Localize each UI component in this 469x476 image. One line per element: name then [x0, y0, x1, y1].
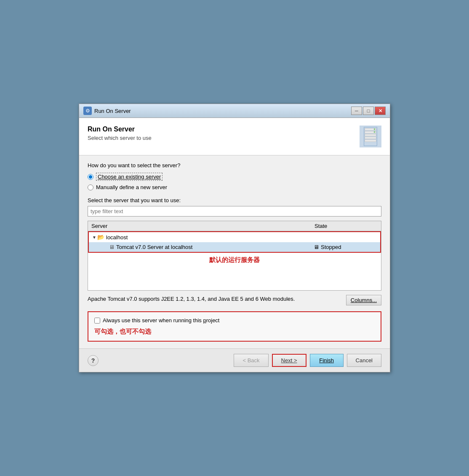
table-header: Server State: [88, 221, 381, 231]
window-icon: ⚙: [83, 107, 92, 115]
always-use-checkbox[interactable]: [94, 318, 100, 324]
annotation-row: 默认的运行服务器: [88, 253, 381, 267]
state-label: Stopped: [321, 244, 341, 250]
server-svg-icon: [362, 126, 379, 147]
header-section: Run On Server Select which server to use: [79, 118, 390, 155]
header-icon: [360, 126, 381, 147]
how-label: How do you want to select the server?: [88, 162, 381, 168]
radio-manual-label[interactable]: Manually define a new server: [96, 184, 167, 190]
svg-point-7: [374, 131, 376, 133]
localhost-label: localhost: [106, 234, 377, 241]
server-group: ▼ 📂 localhost 🖥 Tomcat v7.0 Server at lo…: [88, 231, 381, 253]
help-button[interactable]: ?: [88, 355, 99, 366]
state-icon: 🖥: [314, 244, 319, 250]
dialog-title: Run On Server: [88, 126, 152, 133]
filter-input[interactable]: [88, 206, 381, 217]
description-row: Apache Tomcat v7.0 supports J2EE 1.2, 1.…: [88, 295, 381, 305]
tomcat-label: Tomcat v7.0 Server at localhost: [116, 244, 314, 250]
folder-icon: 📂: [97, 234, 104, 241]
footer-buttons: < Back Next > Finish Cancel: [234, 354, 381, 367]
next-label: N: [281, 357, 285, 364]
svg-rect-3: [365, 134, 376, 136]
col-server: Server: [91, 223, 314, 229]
title-bar-left: ⚙ Run On Server: [83, 107, 131, 115]
content-area: How do you want to select the server? Ch…: [79, 155, 390, 348]
footer: ? < Back Next > Finish Cancel: [79, 348, 390, 372]
svg-rect-4: [365, 137, 376, 139]
radio-group: Choose an existing server Manually defin…: [88, 173, 381, 190]
dialog-window: ⚙ Run On Server ─ □ ✕ Run On Server Sele…: [79, 104, 390, 372]
localhost-row[interactable]: ▼ 📂 localhost: [89, 232, 380, 242]
dialog-subtitle: Select which server to use: [88, 135, 152, 141]
title-bar-controls: ─ □ ✕: [351, 107, 386, 115]
restore-button[interactable]: □: [363, 107, 374, 115]
next-button[interactable]: Next >: [272, 354, 306, 367]
finish-label: Finish: [319, 357, 334, 364]
svg-point-6: [374, 128, 376, 130]
title-bar: ⚙ Run On Server ─ □ ✕: [79, 104, 390, 118]
server-table: Server State ▼ 📂 localhost 🖥 Tomcat v7.0…: [88, 221, 381, 291]
col-state: State: [314, 223, 378, 229]
next-rest: ext >: [285, 357, 297, 364]
svg-rect-5: [365, 140, 376, 142]
annotation2-text: 可勾选，也可不勾选: [94, 328, 375, 336]
finish-button[interactable]: Finish: [310, 354, 344, 367]
checkbox-row[interactable]: Always use this server when running this…: [94, 317, 375, 324]
columns-button[interactable]: Columns...: [346, 295, 381, 305]
tomcat-state: 🖥 Stopped: [314, 244, 377, 250]
server-item-icon: 🖥: [109, 244, 115, 250]
description-text: Apache Tomcat v7.0 supports J2EE 1.2, 1.…: [88, 295, 342, 303]
cancel-button[interactable]: Cancel: [347, 354, 381, 367]
radio-existing-input[interactable]: [88, 174, 93, 180]
minimize-button[interactable]: ─: [351, 107, 362, 115]
back-button[interactable]: < Back: [234, 354, 268, 367]
footer-left: ?: [88, 355, 99, 366]
close-button[interactable]: ✕: [375, 107, 386, 115]
radio-manual[interactable]: Manually define a new server: [88, 184, 381, 190]
tomcat-row[interactable]: 🖥 Tomcat v7.0 Server at localhost 🖥 Stop…: [89, 242, 380, 252]
table-body: ▼ 📂 localhost 🖥 Tomcat v7.0 Server at lo…: [88, 231, 381, 290]
filter-label: Select the server that you want to use:: [88, 197, 381, 203]
radio-existing-label[interactable]: Choose an existing server: [96, 173, 163, 181]
tree-arrow-icon: ▼: [92, 235, 97, 240]
annotation-text: 默认的运行服务器: [209, 256, 260, 263]
radio-manual-input[interactable]: [88, 185, 93, 190]
header-text: Run On Server Select which server to use: [88, 126, 152, 141]
radio-existing[interactable]: Choose an existing server: [88, 173, 381, 181]
always-use-label[interactable]: Always use this server when running this…: [103, 317, 219, 324]
window-title: Run On Server: [94, 108, 131, 114]
always-use-section: Always use this server when running this…: [88, 311, 381, 342]
